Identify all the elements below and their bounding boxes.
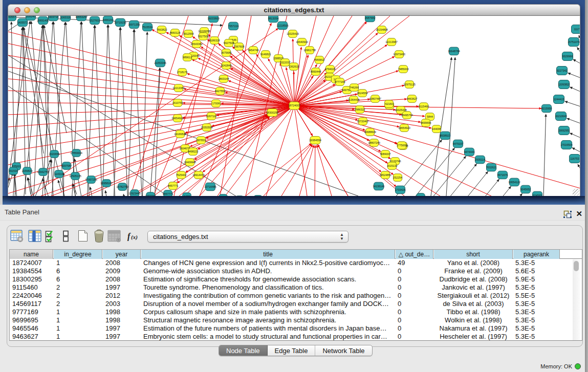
svg-text:9397587: 9397587 [61,164,72,167]
svg-text:8938923: 8938923 [440,134,451,137]
svg-text:16958: 16958 [417,195,425,196]
svg-text:746266: 746266 [350,86,359,89]
svg-text:140557: 140557 [8,16,16,18]
svg-text:18495794: 18495794 [401,114,413,117]
svg-text:2935114: 2935114 [475,158,485,161]
svg-text:7625402: 7625402 [176,173,187,177]
svg-text:1362615: 1362615 [289,65,299,68]
svg-text:10653267: 10653267 [75,16,88,18]
svg-text:3675685: 3675685 [221,51,232,54]
svg-text:2367608: 2367608 [234,45,245,48]
svg-text:17957255: 17957255 [85,178,97,181]
svg-text:16782759: 16782759 [116,185,128,188]
svg-text:10654122: 10654122 [508,181,520,184]
svg-text:10719155: 10719155 [114,21,126,24]
svg-text:1405572: 1405572 [17,21,28,24]
svg-text:19524851: 19524851 [379,173,391,177]
svg-text:2718176: 2718176 [177,71,188,74]
svg-text:18300295: 18300295 [266,111,278,114]
svg-text:14914479: 14914479 [192,173,205,177]
svg-text:1292344: 1292344 [145,194,156,196]
svg-text:9498222: 9498222 [188,150,199,153]
svg-text:9657771: 9657771 [163,192,173,195]
svg-text:17006: 17006 [212,102,220,105]
svg-text:114319: 114319 [54,172,63,176]
svg-text:13716485: 13716485 [204,185,216,188]
svg-text:12923445: 12923445 [128,192,141,195]
svg-text:6794028: 6794028 [325,68,336,71]
svg-text:(x): (x) [131,234,138,240]
svg-text:17859934: 17859934 [70,151,82,155]
svg-text:8990448: 8990448 [311,70,321,73]
svg-text:9329966: 9329966 [562,55,573,58]
svg-text:10961758: 10961758 [303,49,316,52]
svg-text:7515534: 7515534 [142,26,153,29]
svg-text:17016504: 17016504 [560,143,573,146]
svg-text:10025438: 10025438 [395,108,407,112]
svg-text:14136141: 14136141 [373,185,385,188]
svg-text:12975125: 12975125 [403,83,416,86]
svg-text:7986322: 7986322 [355,108,365,111]
svg-text:1527602: 1527602 [90,19,100,22]
svg-text:16154808: 16154808 [376,28,388,31]
svg-text:9699695: 9699695 [421,121,431,124]
svg-text:209140: 209140 [26,16,35,18]
svg-text:7632621: 7632621 [486,166,497,169]
svg-text:19166825: 19166825 [174,133,186,136]
svg-text:15751074: 15751074 [568,40,580,43]
svg-text:7485003: 7485003 [398,68,409,71]
svg-text:8813054: 8813054 [268,17,279,20]
svg-text:9242845: 9242845 [221,64,232,67]
svg-text:15692951: 15692951 [558,129,570,132]
svg-text:9245652: 9245652 [520,188,531,191]
svg-text:2687682: 2687682 [365,16,376,19]
svg-text:9463627: 9463627 [407,97,418,100]
svg-text:8660124: 8660124 [170,31,181,34]
svg-text:16543362: 16543362 [190,42,203,46]
svg-text:15353594: 15353594 [201,126,213,129]
svg-text:10973493: 10973493 [393,53,405,56]
svg-text:252254: 252254 [393,176,402,179]
svg-text:9084007: 9084007 [380,152,391,156]
svg-text:18807249: 18807249 [368,141,380,144]
svg-text:18724007: 18724007 [288,104,300,107]
svg-text:9115460: 9115460 [419,105,429,108]
svg-text:3912954: 3912954 [183,32,194,35]
svg-text:13325419: 13325419 [287,32,299,35]
svg-text:62160: 62160 [385,102,393,105]
svg-text:3624554: 3624554 [357,92,368,95]
svg-text:989612: 989612 [183,56,192,59]
svg-text:7663822: 7663822 [157,28,167,31]
svg-text:9474444: 9474444 [464,150,475,154]
svg-text:3267110: 3267110 [206,115,216,118]
svg-text:164095: 164095 [432,127,441,130]
svg-text:12093822: 12093822 [558,83,570,86]
svg-text:1610755: 1610755 [172,101,183,104]
svg-text:16210643: 16210643 [555,115,567,118]
svg-text:12942757: 12942757 [37,170,49,173]
svg-text:5322037: 5322037 [280,61,291,64]
svg-text:2156829: 2156829 [22,169,33,172]
svg-text:9146821: 9146821 [260,53,271,56]
svg-text:1615132: 1615132 [387,164,398,167]
svg-text:1117: 1117 [574,28,579,31]
svg-text:9457771: 9457771 [168,184,179,187]
svg-text:9327508: 9327508 [224,41,234,45]
svg-text:116753: 116753 [570,157,579,160]
svg-text:1453: 1453 [184,195,190,196]
svg-text:16640910: 16640910 [296,40,308,43]
svg-text:2803144: 2803144 [219,77,229,80]
svg-text:2020655: 2020655 [49,152,60,156]
svg-text:12213967: 12213967 [385,40,398,43]
svg-text:1065326: 1065326 [60,16,71,19]
svg-text:21364436: 21364436 [347,98,360,101]
svg-text:12213369: 12213369 [172,86,185,90]
svg-text:12505135: 12505135 [69,174,81,178]
svg-text:924565: 924565 [533,194,542,196]
svg-text:16033809: 16033809 [207,17,220,20]
svg-text:16958167: 16958167 [100,182,113,185]
svg-text:20691406: 20691406 [37,19,49,22]
svg-text:10807487: 10807487 [369,97,381,100]
svg-text:21053346: 21053346 [154,61,166,64]
svg-text:12218506: 12218506 [276,24,289,27]
